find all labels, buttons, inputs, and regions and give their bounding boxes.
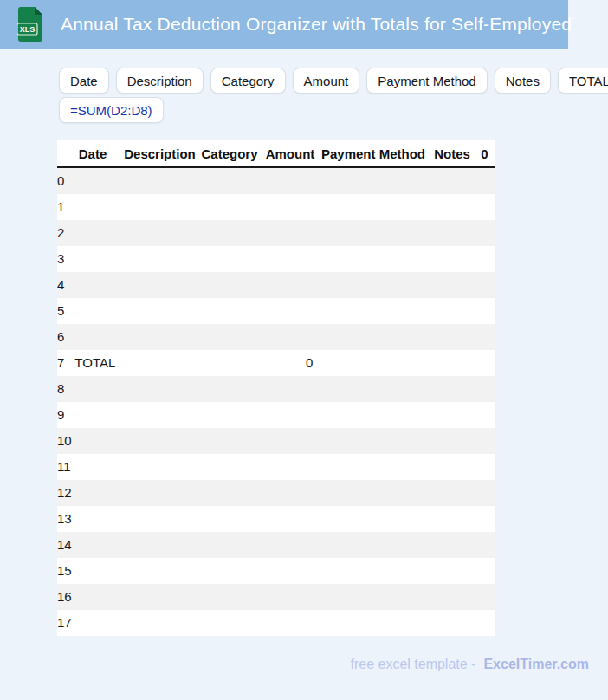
notes-cell	[432, 350, 477, 376]
column-chip[interactable]: Date	[59, 68, 109, 94]
payment-method-cell	[327, 610, 440, 636]
payment-method-cell	[320, 298, 432, 324]
column-header: Payment Method	[317, 146, 430, 161]
payment-method-cell	[320, 376, 432, 402]
date-cell	[72, 558, 134, 584]
amount-cell	[266, 272, 320, 298]
description-cell	[126, 376, 198, 402]
table-row: 16	[57, 584, 495, 610]
date-cell	[72, 428, 134, 454]
table-row: 7 TOTAL 0	[57, 350, 495, 376]
column-chip[interactable]: Payment Method	[366, 68, 487, 94]
description-cell	[126, 350, 198, 376]
notes-cell	[432, 298, 477, 324]
row-number-cell: 9	[57, 402, 64, 428]
row-number-cell: 4	[57, 272, 64, 298]
description-cell	[126, 298, 198, 324]
row-number-cell: 6	[57, 324, 64, 350]
template-preview-page: XLS Annual Tax Deduction Organizer with …	[0, 0, 608, 700]
table-row: 2	[57, 220, 495, 246]
row-number-cell: 12	[57, 480, 72, 506]
description-cell	[134, 558, 206, 584]
date-cell	[64, 168, 126, 194]
amount-cell	[274, 584, 327, 610]
total-cell	[477, 350, 495, 376]
category-cell	[206, 610, 274, 636]
column-chips-row: DateDescriptionCategoryAmountPayment Met…	[59, 68, 608, 94]
table-row: 0	[57, 168, 495, 194]
payment-method-cell	[320, 272, 432, 298]
description-cell	[134, 506, 206, 532]
description-cell	[126, 324, 198, 350]
category-cell	[198, 246, 266, 272]
total-cell	[477, 376, 495, 402]
row-number-cell: 3	[57, 246, 64, 272]
column-header: 0	[475, 146, 495, 161]
table-row: 6	[57, 324, 495, 350]
footer-brand-link[interactable]: ExcelTimer.com	[483, 657, 589, 672]
description-cell	[134, 428, 206, 454]
total-cell	[477, 246, 495, 272]
page-title: Annual Tax Deduction Organizer with Tota…	[61, 14, 572, 35]
payment-method-cell	[327, 558, 440, 584]
formula-chip-row: =SUM(D2:D8)	[59, 97, 164, 123]
column-chip[interactable]: Description	[116, 68, 204, 94]
amount-cell	[266, 324, 320, 350]
description-cell	[134, 610, 206, 636]
date-cell	[64, 376, 126, 402]
date-cell	[72, 532, 134, 558]
total-cell	[485, 506, 495, 532]
amount-cell	[266, 220, 320, 246]
column-chip[interactable]: TOTAL	[558, 68, 608, 94]
row-number-cell: 2	[57, 220, 64, 246]
description-cell	[126, 220, 198, 246]
date-cell	[72, 480, 134, 506]
column-chip[interactable]: Amount	[293, 68, 360, 94]
payment-method-cell	[327, 428, 440, 454]
column-header: Amount	[263, 146, 317, 161]
amount-cell	[266, 376, 320, 402]
category-cell	[206, 480, 274, 506]
row-number-cell: 10	[57, 428, 72, 454]
category-cell	[206, 532, 274, 558]
date-cell	[64, 246, 126, 272]
payment-method-cell	[320, 350, 432, 376]
total-cell	[477, 298, 495, 324]
payment-method-cell	[327, 532, 440, 558]
table-row: 8	[57, 376, 495, 402]
table-row: 4	[57, 272, 495, 298]
column-header: Description	[124, 146, 196, 161]
category-cell	[198, 350, 266, 376]
date-cell: TOTAL	[64, 350, 126, 376]
total-cell	[484, 454, 495, 480]
amount-cell: 0	[266, 350, 320, 376]
row-number-cell: 7	[57, 350, 64, 376]
row-number-cell: 14	[57, 532, 72, 558]
total-cell	[485, 428, 495, 454]
svg-text:XLS: XLS	[20, 25, 36, 34]
column-header: Date	[61, 146, 124, 161]
xls-file-icon: XLS	[17, 6, 43, 42]
date-cell	[64, 194, 126, 220]
date-cell	[72, 610, 134, 636]
row-number-cell: 8	[57, 376, 64, 402]
notes-cell	[432, 376, 477, 402]
date-cell	[64, 220, 126, 246]
description-cell	[133, 454, 205, 480]
notes-cell	[432, 402, 477, 428]
column-chip[interactable]: Notes	[495, 68, 551, 94]
row-number-cell: 5	[57, 298, 64, 324]
table-row: 11	[57, 454, 495, 480]
category-cell	[206, 584, 274, 610]
payment-method-cell	[320, 168, 432, 194]
table-row: 3	[57, 246, 495, 272]
description-cell	[126, 194, 198, 220]
row-number-cell: 16	[57, 584, 72, 610]
category-cell	[198, 298, 266, 324]
column-chip[interactable]: Category	[210, 68, 286, 94]
amount-cell	[274, 480, 327, 506]
column-header: Notes	[430, 146, 475, 161]
row-number-cell: 0	[57, 168, 64, 194]
footer-text: free excel template -	[350, 657, 475, 672]
formula-chip[interactable]: =SUM(D2:D8)	[59, 97, 164, 123]
